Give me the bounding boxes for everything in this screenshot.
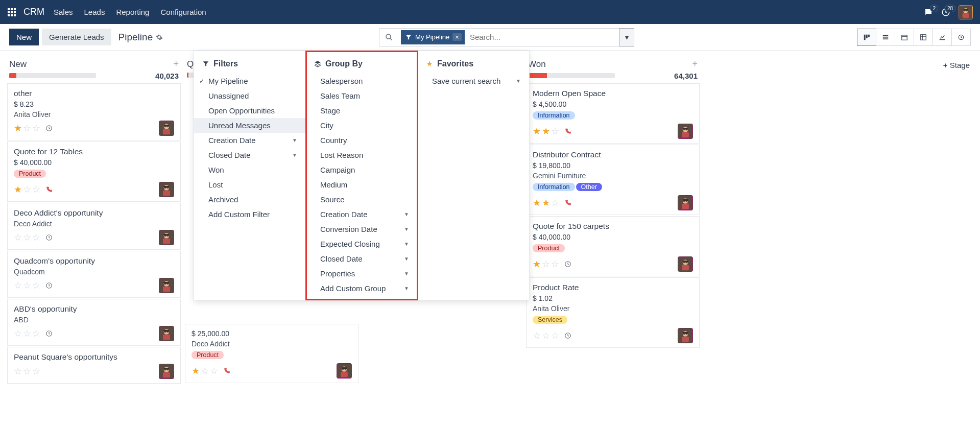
- kanban-card[interactable]: $ 25,000.00Deco AddictProduct★☆☆: [185, 324, 358, 383]
- priority-stars[interactable]: ★☆☆: [14, 123, 40, 134]
- dropdown-item[interactable]: Creation Date▼: [306, 207, 417, 222]
- assignee-avatar[interactable]: [159, 230, 174, 245]
- kanban-card[interactable]: Quadcom's opportunityQuadcom☆☆☆: [7, 251, 181, 298]
- star-icon[interactable]: ☆: [23, 328, 31, 339]
- star-icon[interactable]: ☆: [23, 184, 31, 195]
- star-icon[interactable]: ☆: [32, 328, 40, 339]
- add-card-button[interactable]: +: [692, 59, 698, 69]
- dropdown-item[interactable]: Medium: [306, 177, 417, 192]
- star-icon[interactable]: ☆: [14, 280, 22, 291]
- dropdown-item[interactable]: Sales Team: [306, 88, 417, 103]
- messages-icon[interactable]: 2: [924, 8, 933, 17]
- nav-item[interactable]: Reporting: [116, 8, 149, 16]
- star-icon[interactable]: ☆: [551, 330, 559, 341]
- priority-stars[interactable]: ☆☆☆: [14, 232, 40, 243]
- dropdown-item[interactable]: Lost: [194, 177, 305, 192]
- dropdown-item[interactable]: Add Custom Group▼: [306, 281, 417, 296]
- star-icon[interactable]: ☆: [542, 258, 550, 270]
- star-icon[interactable]: ☆: [23, 280, 31, 291]
- activity-view-icon[interactable]: [951, 29, 971, 46]
- star-icon[interactable]: ☆: [551, 197, 559, 208]
- clock-icon[interactable]: [45, 125, 53, 132]
- kanban-view-icon[interactable]: [857, 29, 876, 46]
- kanban-card[interactable]: Distributor Contract$ 19,800.00Gemini Fu…: [526, 145, 700, 215]
- priority-stars[interactable]: ★★☆: [533, 126, 559, 137]
- star-icon[interactable]: ☆: [533, 330, 541, 341]
- star-icon[interactable]: ☆: [551, 258, 559, 270]
- apps-icon[interactable]: [7, 8, 16, 17]
- dropdown-item[interactable]: Won: [194, 162, 305, 177]
- kanban-card[interactable]: Quote for 12 Tables$ 40,000.00Product★☆☆: [7, 142, 181, 202]
- pivot-view-icon[interactable]: [914, 29, 933, 46]
- assignee-avatar[interactable]: [159, 182, 174, 197]
- user-avatar[interactable]: [959, 5, 973, 19]
- priority-stars[interactable]: ★☆☆: [14, 184, 40, 195]
- dropdown-item[interactable]: Lost Reason: [306, 148, 417, 162]
- nav-item[interactable]: Sales: [54, 8, 73, 16]
- dropdown-item[interactable]: Stage: [306, 103, 417, 118]
- clock-icon[interactable]: [45, 330, 53, 337]
- phone-icon[interactable]: [223, 367, 230, 374]
- activities-icon[interactable]: 28: [941, 8, 950, 17]
- clock-icon[interactable]: [564, 261, 571, 268]
- star-icon[interactable]: ☆: [14, 366, 22, 377]
- dropdown-item[interactable]: Unread Messages: [194, 118, 305, 133]
- clock-icon[interactable]: [564, 332, 571, 339]
- star-icon[interactable]: ☆: [32, 366, 40, 377]
- priority-stars[interactable]: ★★☆: [533, 197, 559, 208]
- add-card-button[interactable]: +: [173, 59, 179, 69]
- kanban-card[interactable]: ABD's opportunityABD☆☆☆: [7, 299, 181, 346]
- kanban-card[interactable]: Deco Addict's opportunityDeco Addict☆☆☆: [7, 203, 181, 250]
- dropdown-item[interactable]: City: [306, 118, 417, 133]
- star-icon[interactable]: ☆: [32, 123, 40, 134]
- kanban-card[interactable]: Quote for 150 carpets$ 40,000.00Product★…: [526, 216, 700, 276]
- star-icon[interactable]: ☆: [201, 365, 209, 376]
- new-button[interactable]: New: [9, 29, 39, 45]
- star-icon[interactable]: ☆: [23, 366, 31, 377]
- star-icon[interactable]: ★: [533, 258, 541, 270]
- dropdown-item[interactable]: Closed Date▼: [306, 251, 417, 266]
- chip-remove[interactable]: ×: [452, 33, 462, 41]
- dropdown-item[interactable]: Save current search▼: [418, 74, 529, 88]
- dropdown-item[interactable]: Source: [306, 192, 417, 207]
- gear-icon[interactable]: [156, 34, 163, 41]
- star-icon[interactable]: ★: [542, 197, 550, 208]
- graph-view-icon[interactable]: [933, 29, 952, 46]
- add-stage-button[interactable]: Stage: [940, 56, 973, 443]
- assignee-avatar[interactable]: [159, 121, 174, 136]
- kanban-card[interactable]: Product Rate$ 1.02Anita OliverServices☆☆…: [526, 277, 700, 348]
- nav-item[interactable]: Leads: [84, 8, 105, 16]
- clock-icon[interactable]: [45, 282, 53, 289]
- kanban-card[interactable]: Modern Open Space$ 4,500.00Information★★…: [526, 83, 700, 144]
- dropdown-item[interactable]: ✓My Pipeline: [194, 74, 305, 88]
- star-icon[interactable]: ★: [192, 365, 200, 376]
- priority-stars[interactable]: ☆☆☆: [14, 328, 40, 339]
- assignee-avatar[interactable]: [678, 195, 693, 210]
- assignee-avatar[interactable]: [678, 256, 693, 272]
- dropdown-item[interactable]: Conversion Date▼: [306, 222, 417, 237]
- priority-stars[interactable]: ☆☆☆: [14, 280, 40, 291]
- star-icon[interactable]: ★: [533, 126, 541, 137]
- generate-leads-button[interactable]: Generate Leads: [42, 29, 111, 45]
- dropdown-item[interactable]: Expected Closing▼: [306, 237, 417, 251]
- star-icon[interactable]: ☆: [32, 232, 40, 243]
- clock-icon[interactable]: [45, 234, 53, 241]
- dropdown-item[interactable]: Properties▼: [306, 266, 417, 281]
- search-dropdown-toggle[interactable]: ▾: [619, 28, 634, 46]
- dropdown-item[interactable]: Country: [306, 133, 417, 148]
- priority-stars[interactable]: ☆☆☆: [533, 330, 559, 341]
- star-icon[interactable]: ☆: [551, 126, 559, 137]
- assignee-avatar[interactable]: [159, 364, 174, 379]
- star-icon[interactable]: ☆: [23, 232, 31, 243]
- dropdown-item[interactable]: Open Opportunities: [194, 103, 305, 118]
- priority-stars[interactable]: ★☆☆: [533, 258, 559, 270]
- star-icon[interactable]: ★: [14, 123, 22, 134]
- star-icon[interactable]: ☆: [542, 330, 550, 341]
- star-icon[interactable]: ★: [533, 197, 541, 208]
- kanban-card[interactable]: other$ 8.23Anita Oliver★☆☆: [7, 83, 181, 140]
- dropdown-item[interactable]: Archived: [194, 192, 305, 207]
- assignee-avatar[interactable]: [678, 124, 693, 139]
- phone-icon[interactable]: [45, 186, 53, 193]
- dropdown-item[interactable]: Campaign: [306, 162, 417, 177]
- star-icon[interactable]: ☆: [14, 328, 22, 339]
